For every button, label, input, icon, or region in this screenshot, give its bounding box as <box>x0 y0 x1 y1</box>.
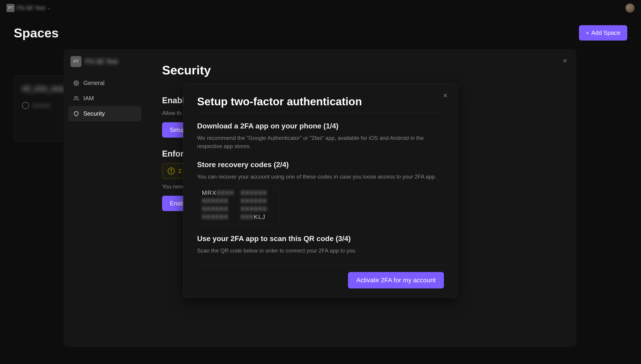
sidebar-space-title: PS-SE Test <box>85 58 118 65</box>
step3-title: Use your 2FA app to scan this QR code (3… <box>197 234 444 243</box>
plus-icon: + <box>586 30 589 36</box>
activate-2fa-button[interactable]: Activate 2FA for my account <box>348 272 444 288</box>
modal-close-icon[interactable]: × <box>441 91 450 100</box>
sidebar-item-security[interactable]: Security <box>68 106 141 121</box>
modal-footer: Activate 2FA for my account <box>197 265 444 288</box>
divider <box>197 112 444 113</box>
main-area: Spaces + Add Space ell_e2e_test_ environ… <box>0 16 641 59</box>
sidebar-item-label: IAM <box>83 95 94 102</box>
sidebar-badge: PT <box>70 56 82 67</box>
sidebar-item-label: Security <box>83 110 105 117</box>
modal-title: Setup two-factor authentication <box>197 95 444 108</box>
modal-body: Download a 2FA app on your phone (1/4) W… <box>197 122 444 265</box>
users-icon <box>73 95 80 102</box>
svg-point-1 <box>75 96 76 98</box>
modal-step-2: Store recovery codes (2/4) You can recov… <box>197 160 444 224</box>
sidebar-item-label: General <box>83 80 104 86</box>
shield-icon <box>73 110 80 117</box>
add-space-label: Add Space <box>591 29 620 36</box>
settings-sidebar: PT PS-SE Test General IAM Security <box>64 49 146 347</box>
gear-icon <box>73 80 80 86</box>
add-space-button[interactable]: + Add Space <box>579 25 627 40</box>
warning-text: 2 <box>178 168 181 174</box>
two-factor-modal: × Setup two-factor authentication Downlo… <box>183 84 458 298</box>
spaces-header: Spaces + Add Space <box>14 25 627 40</box>
content-title: Security <box>162 63 560 84</box>
org-selector[interactable]: PT PS-SE Test ⌄ <box>6 4 50 12</box>
svg-point-0 <box>76 82 77 84</box>
space-env-label: environ <box>32 102 50 109</box>
recovery-code: XXXXXX <box>240 197 275 204</box>
page-title: Spaces <box>14 26 58 40</box>
recovery-code: XXXXXX <box>202 205 236 212</box>
step1-desc: We recommend the "Google Authenticator" … <box>197 134 444 150</box>
org-badge: PT <box>6 4 15 12</box>
modal-step-1: Download a 2FA app on your phone (1/4) W… <box>197 122 444 150</box>
recovery-code: XXXXXX <box>240 205 275 212</box>
sidebar-item-general[interactable]: General <box>68 75 141 91</box>
sidebar-item-iam[interactable]: IAM <box>68 91 141 106</box>
avatar[interactable] <box>626 4 634 12</box>
step2-title: Store recovery codes (2/4) <box>197 160 444 169</box>
step1-title: Download a 2FA app on your phone (1/4) <box>197 122 444 130</box>
org-name: PS-SE Test <box>17 5 45 11</box>
chevron-down-icon: ⌄ <box>47 6 50 10</box>
gear-icon <box>22 102 29 109</box>
warning-icon: ! <box>168 168 175 174</box>
modal-step-3: Use your 2FA app to scan this QR code (3… <box>197 234 444 255</box>
sidebar-header: PT PS-SE Test <box>68 56 141 67</box>
top-bar: PT PS-SE Test ⌄ <box>0 0 641 16</box>
step2-desc: You can recover your account using one o… <box>197 172 444 181</box>
recovery-code: XXXXXX <box>202 197 236 204</box>
recovery-code: XXXKLJ <box>240 213 275 220</box>
step3-desc: Scan the QR code below in order to conne… <box>197 246 444 255</box>
recovery-code: XXXXXX <box>240 189 275 196</box>
recovery-codes-box: MRXXXXX XXXXXX XXXXXX XXXXXX XXXXXX XXXX… <box>197 186 280 224</box>
recovery-code: XXXXXX <box>202 213 236 220</box>
close-icon[interactable]: × <box>560 56 570 65</box>
recovery-code: MRXXXXX <box>202 189 236 196</box>
